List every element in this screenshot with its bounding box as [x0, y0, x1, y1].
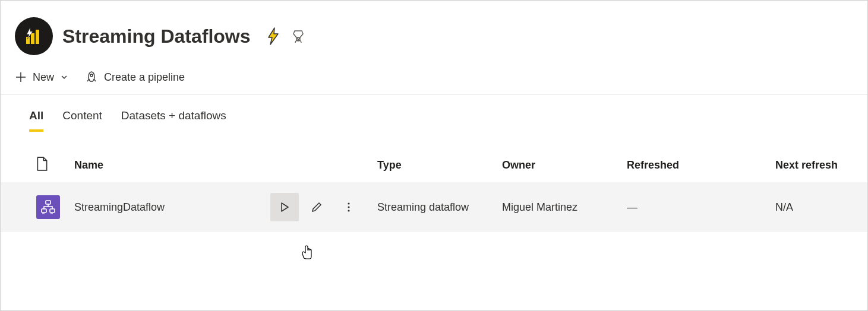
- table-row[interactable]: StreamingDataflow: [1, 182, 867, 232]
- create-pipeline-button[interactable]: Create a pipeline: [85, 71, 185, 84]
- svg-rect-8: [42, 209, 46, 212]
- item-next-refresh: N/A: [768, 182, 867, 232]
- table-header-row: Name Type Owner Refreshed Next refresh: [1, 148, 867, 182]
- create-pipeline-label: Create a pipeline: [104, 71, 185, 84]
- pencil-icon: [311, 201, 323, 213]
- tab-all[interactable]: All: [29, 109, 43, 132]
- svg-rect-2: [36, 30, 39, 44]
- workspace-title: Streaming Dataflows: [62, 26, 251, 47]
- more-button[interactable]: [334, 193, 363, 221]
- new-button[interactable]: New: [15, 71, 68, 84]
- svg-point-10: [348, 202, 349, 204]
- col-header-owner[interactable]: Owner: [495, 148, 620, 182]
- title-icon-group: [264, 27, 305, 46]
- svg-point-12: [348, 210, 349, 211]
- chevron-down-icon: [60, 73, 68, 81]
- workspace-avatar: [15, 17, 53, 55]
- col-header-next-refresh[interactable]: Next refresh: [768, 148, 867, 182]
- plus-icon: [15, 71, 27, 83]
- more-vertical-icon: [343, 202, 354, 212]
- play-icon: [279, 202, 290, 212]
- bars-lightning-icon: [24, 26, 44, 46]
- play-button[interactable]: [270, 193, 299, 221]
- svg-point-6: [90, 74, 93, 77]
- premium-people-icon: [291, 29, 305, 43]
- toolbar: New Create a pipeline: [1, 65, 867, 95]
- new-button-label: New: [33, 71, 54, 84]
- edit-button[interactable]: [302, 193, 331, 221]
- svg-rect-9: [50, 209, 55, 212]
- content-table: Name Type Owner Refreshed Next refresh: [1, 148, 867, 232]
- row-actions: [270, 193, 363, 221]
- item-type: Streaming dataflow: [370, 182, 495, 232]
- tab-datasets-dataflows[interactable]: Datasets + dataflows: [121, 109, 226, 132]
- item-owner: Miguel Martinez: [495, 182, 620, 232]
- tab-bar: All Content Datasets + dataflows: [1, 95, 867, 132]
- lightning-icon: [264, 27, 283, 46]
- rocket-icon: [85, 71, 98, 84]
- item-name[interactable]: StreamingDataflow: [67, 182, 263, 232]
- dataflow-icon: [36, 195, 60, 219]
- svg-rect-7: [46, 201, 50, 204]
- col-header-type[interactable]: Type: [370, 148, 495, 182]
- col-header-refreshed[interactable]: Refreshed: [620, 148, 768, 182]
- file-icon: [36, 157, 48, 171]
- col-header-name[interactable]: Name: [67, 148, 263, 182]
- item-refreshed: —: [620, 182, 768, 232]
- workspace-header: Streaming Dataflows: [1, 1, 867, 65]
- svg-rect-1: [31, 33, 34, 44]
- svg-point-11: [348, 206, 349, 208]
- cursor-pointer-icon: [301, 245, 314, 260]
- tab-content[interactable]: Content: [62, 109, 102, 132]
- content-table-wrap: Name Type Owner Refreshed Next refresh: [1, 132, 867, 232]
